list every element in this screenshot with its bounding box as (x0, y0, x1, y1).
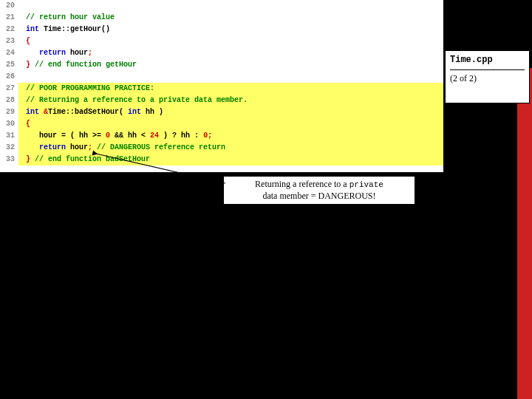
line-number: 21 (0, 12, 18, 24)
code-line: 27 // POOR PROGRAMMING PRACTICE: (0, 83, 443, 95)
code-content: { (18, 118, 443, 130)
line-number: 33 (0, 154, 18, 166)
code-content: int Time::getHour() (18, 24, 443, 35)
line-number: 20 (0, 0, 18, 12)
code-content: int &Time::badSetHour( int hh ) (18, 106, 443, 118)
annotation-text-line2: data member = DANGEROUS! (262, 191, 375, 201)
code-content: hour = ( hh >= 0 && hh < 24 ) ? hh : 0; (18, 130, 443, 142)
slide: 2021 // return hour value22 int Time::ge… (0, 0, 532, 399)
line-number: 26 (0, 71, 18, 83)
code-content: } // end function getHour (18, 59, 443, 71)
annotation-box: Returning a reference to a private data … (223, 176, 415, 205)
page-indicator: (2 of 2) (450, 73, 525, 84)
code-line: 22 int Time::getHour() (0, 24, 443, 35)
code-line: 31 hour = ( hh >= 0 && hh < 24 ) ? hh : … (0, 130, 443, 142)
code-line: 30 { (0, 118, 443, 130)
code-content: { (18, 35, 443, 47)
file-info-box: Time.cpp (2 of 2) (445, 50, 530, 103)
code-content: } // end function badSetHour (18, 154, 443, 166)
code-line: 29 int &Time::badSetHour( int hh ) (0, 106, 443, 118)
code-content: // return hour value (18, 12, 443, 24)
annotation-mono: private (349, 180, 383, 189)
code-content: return hour; (18, 47, 443, 59)
file-box-separator (450, 69, 525, 70)
line-number: 25 (0, 59, 18, 71)
code-line: 25 } // end function getHour (0, 59, 443, 71)
line-number: 28 (0, 95, 18, 106)
code-line: 20 (0, 0, 443, 12)
file-name: Time.cpp (450, 55, 525, 65)
code-line: 24 return hour; (0, 47, 443, 59)
line-number: 24 (0, 47, 18, 59)
code-line: 23 { (0, 35, 443, 47)
line-number: 32 (0, 142, 18, 154)
line-number: 31 (0, 130, 18, 142)
code-line: 32 return hour; // DANGEROUS reference r… (0, 142, 443, 154)
code-content: // POOR PROGRAMMING PRACTICE: (18, 83, 443, 95)
code-line: 21 // return hour value (0, 12, 443, 24)
line-number: 27 (0, 83, 18, 95)
line-number: 22 (0, 24, 18, 35)
code-line: 28 // Returning a reference to a private… (0, 95, 443, 106)
code-line: 33 } // end function badSetHour (0, 154, 443, 166)
line-number: 30 (0, 118, 18, 130)
code-line: 26 (0, 71, 443, 83)
line-number: 23 (0, 35, 18, 47)
code-panel: 2021 // return hour value22 int Time::ge… (0, 0, 443, 172)
code-content: return hour; // DANGEROUS reference retu… (18, 142, 443, 154)
annotation-text-prefix: Returning a reference to a (255, 179, 349, 189)
code-content: // Returning a reference to a private da… (18, 95, 443, 106)
line-number: 29 (0, 106, 18, 118)
red-accent-bar (517, 68, 532, 399)
